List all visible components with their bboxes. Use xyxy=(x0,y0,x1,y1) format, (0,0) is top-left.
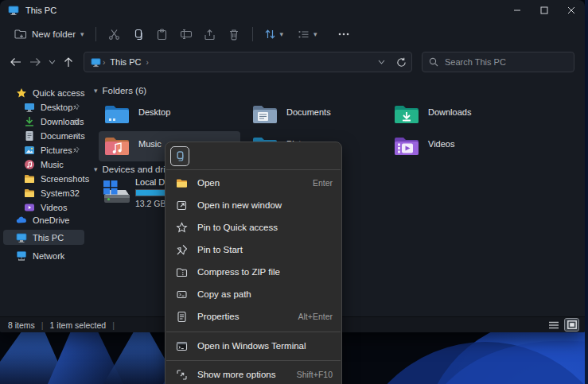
selected-count: 1 item selected xyxy=(50,320,107,330)
refresh-icon[interactable] xyxy=(396,57,407,68)
videos-icon xyxy=(24,202,35,213)
menu-item-pin-to-quick-access[interactable]: Pin to Quick access xyxy=(169,216,340,239)
pin-icon xyxy=(176,244,188,256)
folder-tile-downloads[interactable]: Downloads xyxy=(388,99,530,130)
music-icon xyxy=(24,159,35,170)
videos-folder-icon xyxy=(393,134,420,158)
cut-button[interactable] xyxy=(103,23,127,45)
folder-label: Documents xyxy=(286,107,331,126)
pin-icon xyxy=(72,118,80,125)
search-input[interactable] xyxy=(445,57,564,67)
chevron-down-icon: ▾ xyxy=(313,30,317,38)
navigation-bar: › This PC › xyxy=(0,48,585,76)
breadcrumb[interactable]: This PC xyxy=(110,57,141,67)
toolbar-divider xyxy=(252,27,253,41)
folders-header-label: Folders (6) xyxy=(103,86,147,95)
pin-icon xyxy=(72,132,80,139)
close-button[interactable] xyxy=(558,0,585,21)
sidebar-item-pictures[interactable]: Pictures xyxy=(3,142,84,157)
minimize-button[interactable] xyxy=(504,0,531,21)
sidebar-item-label: Network xyxy=(33,251,64,261)
folder-tile-desktop[interactable]: Desktop xyxy=(99,99,240,130)
back-button[interactable] xyxy=(6,52,25,72)
sidebar-item-onedrive[interactable]: OneDrive xyxy=(3,212,84,227)
sidebar-item-documents[interactable]: Documents xyxy=(3,128,84,143)
new-folder-icon xyxy=(14,29,27,40)
folder-open-icon xyxy=(176,177,188,189)
context-menu: Open Enter Open in new window Pin to Qui… xyxy=(165,142,342,384)
menu-item-copy-as-path[interactable]: Copy as path xyxy=(169,283,340,305)
menu-item-label: Show more options xyxy=(197,370,275,379)
menu-item-label: Open in new window xyxy=(197,200,282,210)
document-icon xyxy=(24,130,35,142)
menu-item-open[interactable]: Open Enter xyxy=(169,172,340,194)
back-arrow-icon xyxy=(10,57,21,67)
menu-divider xyxy=(166,169,341,170)
share-icon xyxy=(204,29,216,41)
terminal-icon xyxy=(176,340,188,352)
sidebar-item-screenshots[interactable]: Screenshots xyxy=(3,171,84,186)
menu-item-open-in-new-window[interactable]: Open in new window xyxy=(169,194,340,216)
properties-icon xyxy=(176,311,188,323)
details-view-button[interactable] xyxy=(547,319,560,331)
maximize-button[interactable] xyxy=(531,0,558,21)
chevron-down-icon: ▾ xyxy=(80,30,84,38)
sort-icon xyxy=(264,29,276,40)
delete-button[interactable] xyxy=(222,23,246,45)
new-window-icon xyxy=(176,200,188,211)
menu-item-properties[interactable]: Properties Alt+Enter xyxy=(169,305,340,328)
new-folder-label: New folder xyxy=(32,29,76,39)
item-count: 8 items xyxy=(8,320,35,330)
sidebar-item-downloads[interactable]: Downloads xyxy=(3,114,84,129)
new-folder-button[interactable]: New folder ▾ xyxy=(10,23,89,45)
context-menu-quick-actions xyxy=(165,142,341,169)
forward-button[interactable] xyxy=(25,52,45,72)
menu-item-compress-to-zip[interactable]: Compress to ZIP file xyxy=(169,261,340,283)
more-options-button[interactable] xyxy=(332,23,356,45)
address-bar[interactable]: › This PC › xyxy=(84,52,412,72)
address-dropdown-icon[interactable] xyxy=(378,60,385,64)
folders-section-header[interactable]: ▾ Folders (6) xyxy=(94,86,146,95)
network-icon xyxy=(16,250,27,262)
navigation-pane: Quick access Desktop Downloads xyxy=(0,80,88,316)
sort-button[interactable]: ▾ xyxy=(259,23,289,45)
copy-path-icon xyxy=(176,289,188,301)
folder-label: Videos xyxy=(428,139,454,158)
copy-quick-action-button[interactable] xyxy=(170,146,189,166)
folder-tile-videos[interactable]: Videos xyxy=(388,131,530,161)
sidebar-item-music[interactable]: Music xyxy=(3,157,84,172)
sidebar-item-label: OneDrive xyxy=(33,215,69,225)
share-button[interactable] xyxy=(198,23,222,45)
menu-item-pin-to-start[interactable]: Pin to Start xyxy=(169,239,340,261)
sidebar-item-network[interactable]: Network xyxy=(3,248,84,263)
menu-item-open-in-windows-terminal[interactable]: Open in Windows Terminal xyxy=(169,335,340,357)
menu-item-show-more-options[interactable]: Show more options Shift+F10 xyxy=(169,363,340,384)
status-divider: | xyxy=(41,320,44,330)
downloads-icon xyxy=(24,116,35,127)
sidebar-item-system32[interactable]: System32 xyxy=(3,185,84,200)
folder-tile-documents[interactable]: Documents xyxy=(247,99,388,130)
sidebar-item-label: System32 xyxy=(41,188,80,198)
large-icons-view-button[interactable] xyxy=(565,319,578,331)
desktop-folder-icon xyxy=(103,103,130,126)
downloads-folder-icon xyxy=(393,103,420,126)
music-folder-icon xyxy=(103,134,130,158)
copy-button[interactable] xyxy=(127,23,150,45)
rename-button[interactable] xyxy=(174,23,198,45)
sidebar-item-this-pc[interactable]: This PC xyxy=(3,230,84,245)
recent-locations-button[interactable] xyxy=(45,52,59,72)
search-box[interactable] xyxy=(422,52,574,72)
sidebar-item-desktop[interactable]: Desktop xyxy=(3,99,84,114)
address-bar-controls xyxy=(378,57,407,68)
up-button[interactable] xyxy=(59,52,78,72)
desktop-icon xyxy=(24,102,35,113)
view-button[interactable]: ▾ xyxy=(293,23,322,45)
sidebar-item-quick-access[interactable]: Quick access xyxy=(3,85,84,100)
sidebar-item-label: Videos xyxy=(41,203,67,212)
close-icon xyxy=(567,6,575,14)
view-options-icon xyxy=(298,29,310,40)
forward-arrow-icon xyxy=(29,57,41,67)
this-pc-icon xyxy=(91,57,101,68)
pin-star-icon xyxy=(176,222,188,234)
paste-button[interactable] xyxy=(150,23,174,45)
